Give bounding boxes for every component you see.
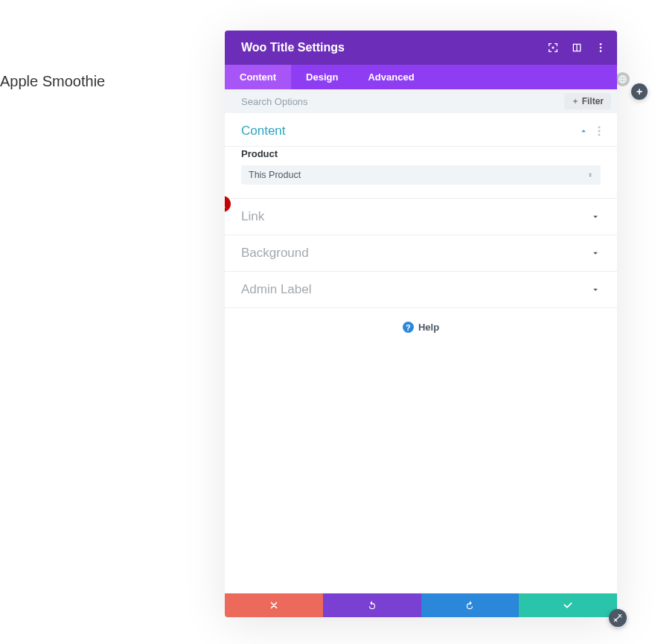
section-content-title: Content	[241, 124, 578, 138]
more-icon[interactable]	[595, 42, 607, 54]
tab-advanced[interactable]: Advanced	[353, 65, 429, 89]
product-select[interactable]: This Product	[241, 165, 601, 185]
field-label-product: Product	[241, 148, 601, 159]
panel-header: Woo Title Settings	[225, 31, 617, 65]
save-button[interactable]	[519, 593, 617, 617]
cancel-button[interactable]	[225, 593, 323, 617]
undo-icon	[367, 600, 377, 610]
tab-content[interactable]: Content	[225, 65, 291, 89]
panel-tabs: Content Design Advanced	[225, 65, 617, 89]
search-input[interactable]	[241, 96, 564, 107]
help-icon: ?	[403, 322, 414, 333]
check-icon	[563, 600, 573, 610]
chevron-up-icon	[578, 126, 589, 136]
search-row: Filter	[225, 89, 617, 113]
chevron-down-icon	[590, 211, 601, 222]
svg-rect-0	[552, 47, 555, 49]
svg-point-2	[600, 47, 602, 49]
panel-title: Woo Title Settings	[241, 41, 547, 54]
select-caret-icon	[587, 170, 593, 179]
panel-footer	[225, 593, 617, 617]
tab-design[interactable]: Design	[291, 65, 353, 89]
section-more-icon[interactable]	[598, 126, 601, 136]
section-admin-label-title: Admin Label	[241, 282, 590, 297]
section-content-header[interactable]: Content	[225, 113, 617, 147]
columns-icon[interactable]	[571, 42, 583, 54]
add-module-button[interactable]: +	[631, 83, 648, 100]
product-select-wrap: This Product	[241, 165, 601, 185]
section-link-header[interactable]: Link	[225, 198, 617, 235]
redo-icon	[464, 600, 475, 610]
svg-point-1	[600, 43, 602, 45]
filter-button[interactable]: Filter	[564, 93, 611, 109]
help-row[interactable]: ? Help	[225, 308, 617, 346]
section-content-body: Product This Product	[225, 148, 617, 198]
filter-button-label: Filter	[582, 96, 604, 106]
close-icon	[269, 600, 279, 610]
svg-point-6	[598, 134, 601, 136]
section-background-title: Background	[241, 246, 590, 261]
focus-icon[interactable]	[547, 42, 559, 54]
section-admin-label-header[interactable]: Admin Label	[225, 272, 617, 308]
plus-icon	[572, 98, 579, 105]
undo-button[interactable]	[323, 593, 421, 617]
sections-container: Content Product This Product Link Backgr…	[225, 113, 617, 593]
globe-icon	[616, 72, 630, 86]
svg-point-4	[598, 127, 601, 129]
resize-handle[interactable]	[609, 609, 627, 627]
chevron-down-icon	[590, 248, 601, 258]
svg-point-3	[600, 50, 602, 52]
page-product-title: Apple Smoothie	[0, 73, 105, 90]
help-label: Help	[418, 322, 439, 333]
redo-button[interactable]	[421, 593, 520, 617]
section-link-title: Link	[241, 209, 590, 224]
section-background-header[interactable]: Background	[225, 235, 617, 272]
settings-panel: 1 Woo Title Settings Content Design Adva…	[225, 31, 617, 617]
svg-point-5	[598, 130, 601, 133]
chevron-down-icon	[590, 284, 601, 295]
